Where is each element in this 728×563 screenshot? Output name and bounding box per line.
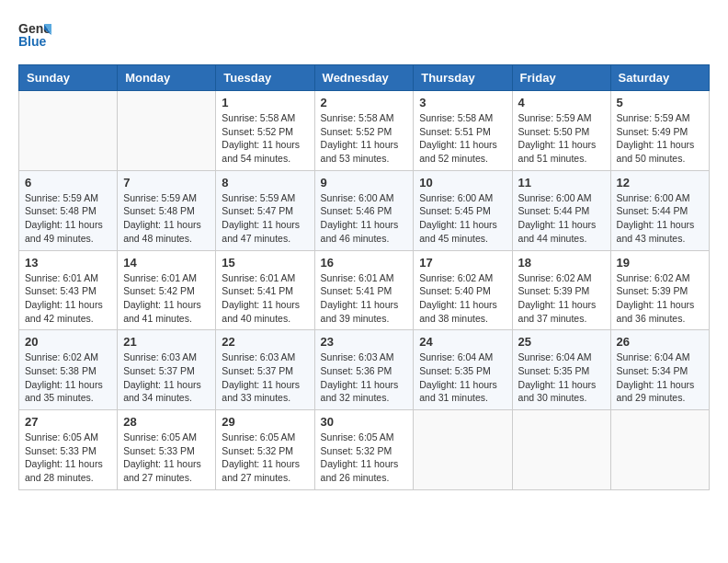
calendar-week-row: 20Sunrise: 6:02 AM Sunset: 5:38 PM Dayli… [19,330,710,410]
calendar-cell: 29Sunrise: 6:05 AM Sunset: 5:32 PM Dayli… [216,410,314,490]
calendar-header-row: SundayMondayTuesdayWednesdayThursdayFrid… [19,65,710,91]
calendar-cell: 17Sunrise: 6:02 AM Sunset: 5:40 PM Dayli… [414,250,512,330]
day-number: 7 [123,176,210,190]
day-info: Sunrise: 6:00 AM Sunset: 5:45 PM Dayligh… [419,191,506,246]
weekday-header: Sunday [19,65,118,91]
day-info: Sunrise: 6:03 AM Sunset: 5:37 PM Dayligh… [123,350,210,405]
day-number: 25 [518,335,605,349]
calendar-cell: 30Sunrise: 6:05 AM Sunset: 5:32 PM Dayli… [314,410,414,490]
day-number: 22 [222,335,308,349]
day-info: Sunrise: 6:02 AM Sunset: 5:38 PM Dayligh… [25,350,111,405]
day-info: Sunrise: 6:05 AM Sunset: 5:32 PM Dayligh… [321,431,408,485]
day-info: Sunrise: 5:58 AM Sunset: 5:52 PM Dayligh… [222,111,308,166]
calendar-cell: 12Sunrise: 6:00 AM Sunset: 5:44 PM Dayli… [610,170,709,250]
day-info: Sunrise: 6:01 AM Sunset: 5:42 PM Dayligh… [123,271,210,326]
calendar-cell: 28Sunrise: 6:05 AM Sunset: 5:33 PM Dayli… [118,410,216,490]
day-info: Sunrise: 6:00 AM Sunset: 5:44 PM Dayligh… [518,191,605,246]
day-info: Sunrise: 6:04 AM Sunset: 5:34 PM Dayligh… [617,350,703,405]
calendar-cell: 3Sunrise: 5:58 AM Sunset: 5:51 PM Daylig… [414,91,512,171]
day-info: Sunrise: 5:58 AM Sunset: 5:52 PM Dayligh… [321,111,408,166]
day-number: 15 [222,256,308,270]
calendar-cell [19,91,118,171]
calendar-cell: 1Sunrise: 5:58 AM Sunset: 5:52 PM Daylig… [216,91,314,171]
day-info: Sunrise: 6:04 AM Sunset: 5:35 PM Dayligh… [419,350,506,405]
day-info: Sunrise: 5:58 AM Sunset: 5:51 PM Dayligh… [419,111,506,166]
calendar-cell: 5Sunrise: 5:59 AM Sunset: 5:49 PM Daylig… [610,91,709,171]
day-info: Sunrise: 6:00 AM Sunset: 5:44 PM Dayligh… [617,191,703,246]
day-number: 26 [617,335,703,349]
day-info: Sunrise: 6:05 AM Sunset: 5:32 PM Dayligh… [222,431,308,485]
calendar-cell: 8Sunrise: 5:59 AM Sunset: 5:47 PM Daylig… [216,170,314,250]
page-header: General Blue [18,18,710,55]
calendar-cell: 26Sunrise: 6:04 AM Sunset: 5:34 PM Dayli… [610,330,709,410]
day-info: Sunrise: 5:59 AM Sunset: 5:50 PM Dayligh… [518,111,605,166]
calendar-week-row: 6Sunrise: 5:59 AM Sunset: 5:48 PM Daylig… [19,170,710,250]
day-number: 8 [222,176,308,190]
calendar-cell: 21Sunrise: 6:03 AM Sunset: 5:37 PM Dayli… [118,330,216,410]
calendar-cell: 14Sunrise: 6:01 AM Sunset: 5:42 PM Dayli… [118,250,216,330]
calendar-week-row: 27Sunrise: 6:05 AM Sunset: 5:33 PM Dayli… [19,410,710,490]
calendar-cell: 15Sunrise: 6:01 AM Sunset: 5:41 PM Dayli… [216,250,314,330]
day-number: 23 [321,335,408,349]
weekday-header: Monday [118,65,216,91]
calendar-cell: 22Sunrise: 6:03 AM Sunset: 5:37 PM Dayli… [216,330,314,410]
day-info: Sunrise: 6:02 AM Sunset: 5:39 PM Dayligh… [518,271,605,326]
day-number: 21 [123,335,210,349]
day-info: Sunrise: 5:59 AM Sunset: 5:49 PM Dayligh… [617,111,703,166]
calendar-cell: 20Sunrise: 6:02 AM Sunset: 5:38 PM Dayli… [19,330,118,410]
calendar-cell: 27Sunrise: 6:05 AM Sunset: 5:33 PM Dayli… [19,410,118,490]
day-info: Sunrise: 6:05 AM Sunset: 5:33 PM Dayligh… [123,431,210,485]
day-info: Sunrise: 6:02 AM Sunset: 5:39 PM Dayligh… [617,271,703,326]
calendar-table: SundayMondayTuesdayWednesdayThursdayFrid… [18,64,710,490]
calendar-cell: 6Sunrise: 5:59 AM Sunset: 5:48 PM Daylig… [19,170,118,250]
day-info: Sunrise: 5:59 AM Sunset: 5:48 PM Dayligh… [25,191,111,246]
calendar-cell: 25Sunrise: 6:04 AM Sunset: 5:35 PM Dayli… [512,330,610,410]
day-info: Sunrise: 5:59 AM Sunset: 5:47 PM Dayligh… [222,191,308,246]
day-number: 14 [123,256,210,270]
day-number: 28 [123,415,210,429]
day-number: 3 [419,96,506,109]
day-info: Sunrise: 5:59 AM Sunset: 5:48 PM Dayligh… [123,191,210,246]
weekday-header: Friday [512,65,610,91]
day-number: 11 [518,176,605,190]
calendar-cell: 24Sunrise: 6:04 AM Sunset: 5:35 PM Dayli… [414,330,512,410]
day-info: Sunrise: 6:01 AM Sunset: 5:41 PM Dayligh… [321,271,408,326]
day-number: 10 [419,176,506,190]
day-number: 17 [419,256,506,270]
calendar-cell: 10Sunrise: 6:00 AM Sunset: 5:45 PM Dayli… [414,170,512,250]
calendar-cell: 9Sunrise: 6:00 AM Sunset: 5:46 PM Daylig… [314,170,414,250]
calendar-cell: 11Sunrise: 6:00 AM Sunset: 5:44 PM Dayli… [512,170,610,250]
day-number: 24 [419,335,506,349]
calendar-cell [118,91,216,171]
day-number: 1 [222,96,308,109]
day-number: 5 [617,96,703,109]
day-info: Sunrise: 6:00 AM Sunset: 5:46 PM Dayligh… [321,191,408,246]
calendar-cell [414,410,512,490]
weekday-header: Wednesday [314,65,414,91]
weekday-header: Tuesday [216,65,314,91]
day-number: 18 [518,256,605,270]
day-number: 4 [518,96,605,109]
day-info: Sunrise: 6:02 AM Sunset: 5:40 PM Dayligh… [419,271,506,326]
day-number: 13 [25,256,111,270]
weekday-header: Thursday [414,65,512,91]
calendar-cell: 16Sunrise: 6:01 AM Sunset: 5:41 PM Dayli… [314,250,414,330]
day-info: Sunrise: 6:05 AM Sunset: 5:33 PM Dayligh… [25,431,111,485]
calendar-cell: 2Sunrise: 5:58 AM Sunset: 5:52 PM Daylig… [314,91,414,171]
calendar-cell [610,410,709,490]
day-number: 16 [321,256,408,270]
calendar-week-row: 1Sunrise: 5:58 AM Sunset: 5:52 PM Daylig… [19,91,710,171]
day-number: 27 [25,415,111,429]
calendar-cell: 7Sunrise: 5:59 AM Sunset: 5:48 PM Daylig… [118,170,216,250]
calendar-cell: 13Sunrise: 6:01 AM Sunset: 5:43 PM Dayli… [19,250,118,330]
calendar-cell [512,410,610,490]
day-number: 6 [25,176,111,190]
logo: General Blue [18,18,51,55]
day-number: 12 [617,176,703,190]
calendar-cell: 19Sunrise: 6:02 AM Sunset: 5:39 PM Dayli… [610,250,709,330]
day-info: Sunrise: 6:01 AM Sunset: 5:43 PM Dayligh… [25,271,111,326]
day-number: 29 [222,415,308,429]
calendar-cell: 23Sunrise: 6:03 AM Sunset: 5:36 PM Dayli… [314,330,414,410]
calendar-cell: 18Sunrise: 6:02 AM Sunset: 5:39 PM Dayli… [512,250,610,330]
day-info: Sunrise: 6:01 AM Sunset: 5:41 PM Dayligh… [222,271,308,326]
